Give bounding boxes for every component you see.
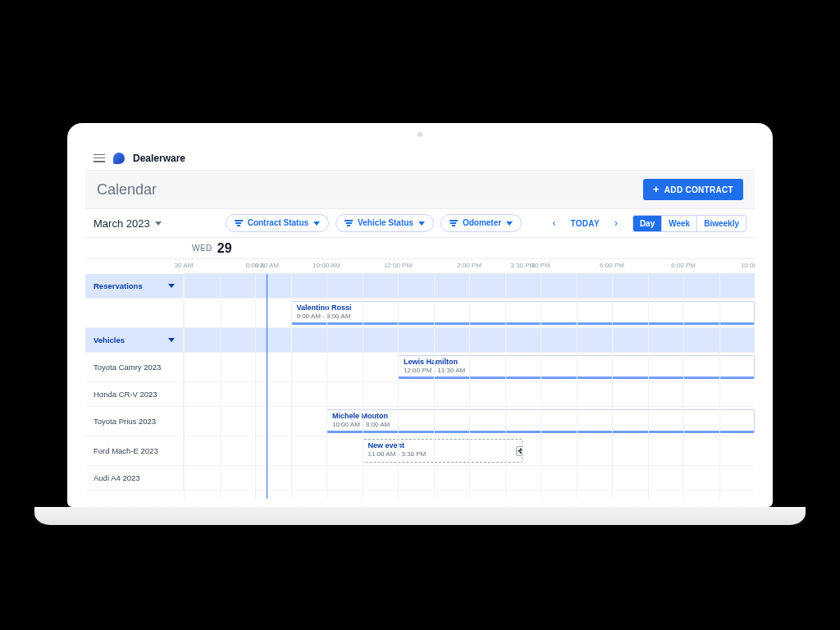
menu-icon[interactable] [94,154,105,162]
filter-vehicle-status[interactable]: Vehicle Status [336,214,434,232]
time-tick: 8:20 AM [255,262,279,269]
filter-contract-status[interactable]: Contract Status [226,214,329,232]
chevron-down-icon [155,221,162,226]
today-button[interactable]: TODAY [565,219,604,228]
app-screen: Dealerware Calendar + ADD CONTRACT March… [85,146,755,499]
event-name: Lewis Hamilton [404,358,749,367]
time-tick: 8:00 PM [671,262,696,269]
vehicle-row-audi: Audi A4 2023 [85,466,755,491]
month-picker[interactable]: March 2023 [94,217,162,230]
add-contract-button[interactable]: + ADD CONTRACT [643,179,743,200]
event-camry[interactable]: Lewis Hamilton 12:00 PM - 11:30 AM [398,355,755,379]
event-time: 9:00 AM - 9:00 AM [297,313,750,320]
event-name: New event [368,442,518,450]
brand-name: Dealerware [133,153,185,164]
month-label: March 2023 [94,217,150,230]
section-reservations[interactable]: Reservations [85,274,755,299]
view-biweekly-button[interactable]: Biweekly [696,216,746,231]
day-of-week: WED [192,244,212,253]
vehicle-label: Ford Mach-E 2023 [94,446,158,455]
event-time: 10:00 AM - 8:00 AM [332,421,749,428]
toolbar: March 2023 Contract Status Vehicle Statu… [85,208,755,238]
time-tick: 2:00 PM [457,262,482,269]
vehicle-label: Toyota Prius 2023 [94,417,156,426]
filter-icon [450,220,458,226]
laptop-frame: Dealerware Calendar + ADD CONTRACT March… [67,123,773,507]
calendar: WED 29 30 AM8:00 A8:20 AM10:00 AM12:00 P… [85,238,755,499]
time-tick: 10 PM [531,262,550,269]
filter-label: Contract Status [248,219,308,227]
chevron-down-icon [168,284,175,288]
vehicle-row-camry: Toyota Camry 2023 Lewis Hamilton 12:00 P… [85,353,755,382]
vehicle-label: Toyota Camry 2023 [94,363,161,372]
add-contract-label: ADD CONTRACT [664,185,733,194]
vehicle-row-prius: Toyota Prius 2023 Michele Mouton 10:00 A… [85,407,755,436]
view-day-button[interactable]: Day [633,216,661,231]
reservation-row: Valentino Rossi 9:00 AM - 9:00 AM [85,299,755,328]
section-label: Vehicles [94,336,125,345]
filter-icon [345,220,353,226]
time-axis: 30 AM8:00 A8:20 AM10:00 AM12:00 PM2:00 P… [184,259,755,274]
filter-odometer[interactable]: Odometer [441,214,522,232]
prev-day-button[interactable]: ‹ [549,217,559,229]
view-week-button[interactable]: Week [661,216,696,231]
event-name: Michele Mouton [332,413,749,421]
vehicle-row-mache: Ford Mach-E 2023 New event 11:00 AM - 3:… [85,436,755,466]
date-strip: WED 29 [85,238,755,259]
calendar-rows: Reservations Valentino Rossi 9:00 AM - 9… [85,274,755,499]
vehicle-label: Audi A4 2023 [94,473,140,482]
vehicle-row-crv: Honda CR-V 2023 [85,382,755,407]
event-name: Valentino Rossi [297,304,750,313]
event-time: 12:00 PM - 11:30 AM [404,367,749,374]
time-tick: 12:00 PM [384,262,412,269]
resize-handle[interactable]: ✥ [516,446,523,456]
chevron-down-icon [313,221,320,226]
time-tick: 10:00 PM [741,262,755,269]
vehicle-label: Honda CR-V 2023 [94,390,158,399]
section-vehicles[interactable]: Vehicles [85,328,755,353]
chevron-down-icon [168,338,175,342]
time-tick: 10:00 AM [313,262,340,269]
logo-icon [113,153,125,164]
section-label: Reservations [94,281,143,290]
event-reservation[interactable]: Valentino Rossi 9:00 AM - 9:00 AM [291,301,756,325]
next-day-button[interactable]: › [611,217,621,229]
view-segmented-control: Day Week Biweekly [632,215,746,232]
time-tick: 6:00 PM [600,262,624,269]
page-title: Calendar [97,181,157,199]
camera-dot [418,132,422,137]
time-tick: 30 AM [175,262,194,269]
event-new[interactable]: New event 11:00 AM - 3:30 PM ✥ [363,439,523,463]
day-of-month: 29 [217,241,232,256]
event-time: 11:00 AM - 3:30 PM [368,450,518,458]
app-bar: Dealerware [85,146,755,171]
reservation-track: Valentino Rossi 9:00 AM - 9:00 AM [184,299,755,327]
page-header: Calendar + ADD CONTRACT [85,171,755,208]
event-prius[interactable]: Michele Mouton 10:00 AM - 8:00 AM [326,409,755,433]
chevron-down-icon [506,221,513,226]
filter-icon [235,220,243,226]
filter-label: Vehicle Status [358,219,413,227]
chevron-down-icon [418,221,425,226]
filter-label: Odometer [463,219,501,227]
